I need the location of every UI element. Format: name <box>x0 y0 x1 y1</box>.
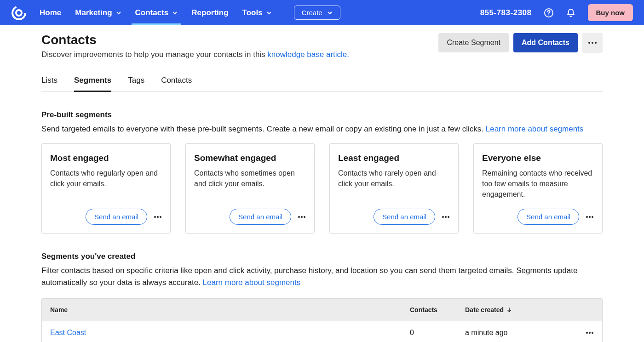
help-icon[interactable] <box>544 8 554 18</box>
svg-point-19 <box>586 332 588 334</box>
col-date-created[interactable]: Date created <box>465 306 566 314</box>
svg-point-14 <box>445 216 447 218</box>
svg-point-3 <box>548 14 549 15</box>
prebuilt-desc: Send targeted emails to everyone with th… <box>41 123 603 135</box>
send-email-button[interactable]: Send an email <box>374 209 435 225</box>
svg-point-11 <box>301 216 303 218</box>
svg-point-13 <box>442 216 444 218</box>
svg-point-10 <box>298 216 300 218</box>
table-header: Name Contacts Date created <box>42 299 602 321</box>
card-somewhat-engaged: Somewhat engaged Contacts who sometimes … <box>185 143 315 234</box>
card-body: Contacts who regularly open and click yo… <box>50 168 162 200</box>
svg-point-21 <box>592 332 593 334</box>
table-row: East Coast 0 a minute ago <box>42 321 602 342</box>
nav-marketing[interactable]: Marketing <box>75 1 121 25</box>
card-title: Most engaged <box>50 153 162 163</box>
tabs: Lists Segments Tags Contacts <box>41 71 603 92</box>
created-section: Segments you've created Filter contacts … <box>41 252 603 342</box>
send-email-button[interactable]: Send an email <box>518 209 579 225</box>
chevron-down-icon <box>116 10 121 16</box>
card-body: Contacts who rarely open and click your … <box>338 168 450 200</box>
card-more-icon[interactable] <box>154 216 162 218</box>
tab-segments[interactable]: Segments <box>74 71 111 91</box>
tab-lists[interactable]: Lists <box>41 71 58 91</box>
card-more-icon[interactable] <box>442 216 450 218</box>
segment-name-link[interactable]: East Coast <box>50 329 86 336</box>
send-email-button[interactable]: Send an email <box>86 209 147 225</box>
card-everyone-else: Everyone else Remaining contacts who rec… <box>473 143 603 234</box>
bell-icon[interactable] <box>566 8 576 18</box>
svg-point-17 <box>589 216 591 218</box>
chevron-down-icon <box>327 10 333 16</box>
col-name[interactable]: Name <box>50 306 410 314</box>
svg-point-4 <box>588 42 590 44</box>
send-email-button[interactable]: Send an email <box>230 209 291 225</box>
prebuilt-heading: Pre-built segments <box>41 110 603 120</box>
card-most-engaged: Most engaged Contacts who regularly open… <box>41 143 171 234</box>
page-header: Contacts Discover improvements to help y… <box>41 33 603 59</box>
card-body: Contacts who sometimes open and click yo… <box>194 168 306 200</box>
svg-point-9 <box>160 216 161 218</box>
learn-more-segments-link[interactable]: Learn more about segments <box>486 125 584 133</box>
svg-point-15 <box>448 216 449 218</box>
svg-point-20 <box>589 332 591 334</box>
support-phone: 855-783-2308 <box>480 8 532 17</box>
more-actions-button[interactable] <box>582 33 603 53</box>
card-title: Least engaged <box>338 153 450 163</box>
svg-point-12 <box>304 216 305 218</box>
svg-point-8 <box>157 216 159 218</box>
svg-point-7 <box>154 216 156 218</box>
top-nav: Home Marketing Contacts Reporting Tools … <box>0 0 644 25</box>
card-title: Everyone else <box>482 153 594 163</box>
nav-tools[interactable]: Tools <box>242 1 272 25</box>
svg-point-0 <box>12 6 25 19</box>
learn-more-segments-link[interactable]: Learn more about segments <box>203 278 301 287</box>
page-subtitle: Discover improvements to help you manage… <box>41 50 349 59</box>
kb-article-link[interactable]: knowledge base article. <box>267 50 349 59</box>
prebuilt-cards: Most engaged Contacts who regularly open… <box>41 143 603 234</box>
svg-point-1 <box>16 10 22 16</box>
svg-point-18 <box>592 216 593 218</box>
row-more-icon[interactable] <box>586 331 594 334</box>
segments-table: Name Contacts Date created East Coast 0 … <box>41 298 603 342</box>
tab-contacts[interactable]: Contacts <box>161 71 192 91</box>
card-title: Somewhat engaged <box>194 153 306 163</box>
sort-desc-icon <box>506 307 512 313</box>
chevron-down-icon <box>172 10 178 16</box>
created-desc: Filter contacts based on specific criter… <box>41 265 603 288</box>
tab-tags[interactable]: Tags <box>128 71 144 91</box>
nav-contacts[interactable]: Contacts <box>135 1 178 25</box>
card-more-icon[interactable] <box>586 216 594 218</box>
create-button[interactable]: Create <box>294 6 340 20</box>
nav-links: Home Marketing Contacts Reporting Tools … <box>40 1 340 25</box>
nav-right: 855-783-2308 Buy now <box>480 4 633 21</box>
nav-reporting[interactable]: Reporting <box>191 1 228 25</box>
svg-point-5 <box>592 42 593 44</box>
app-logo-icon[interactable] <box>11 5 27 21</box>
card-more-icon[interactable] <box>298 216 306 218</box>
col-contacts[interactable]: Contacts <box>410 306 465 314</box>
chevron-down-icon <box>266 10 272 16</box>
prebuilt-section: Pre-built segments Send targeted emails … <box>41 110 603 234</box>
svg-point-16 <box>586 216 588 218</box>
cell-date: a minute ago <box>465 329 566 337</box>
card-body: Remaining contacts who received too few … <box>482 168 594 200</box>
page-title: Contacts <box>41 33 349 47</box>
card-least-engaged: Least engaged Contacts who rarely open a… <box>329 143 459 234</box>
page-body: Contacts Discover improvements to help y… <box>0 25 644 342</box>
add-contacts-button[interactable]: Add Contacts <box>513 33 578 52</box>
create-segment-button[interactable]: Create Segment <box>438 33 509 52</box>
nav-home[interactable]: Home <box>40 1 61 25</box>
cell-contacts: 0 <box>410 329 465 337</box>
buy-now-button[interactable]: Buy now <box>588 4 633 21</box>
svg-point-6 <box>595 42 597 44</box>
created-heading: Segments you've created <box>41 252 603 261</box>
